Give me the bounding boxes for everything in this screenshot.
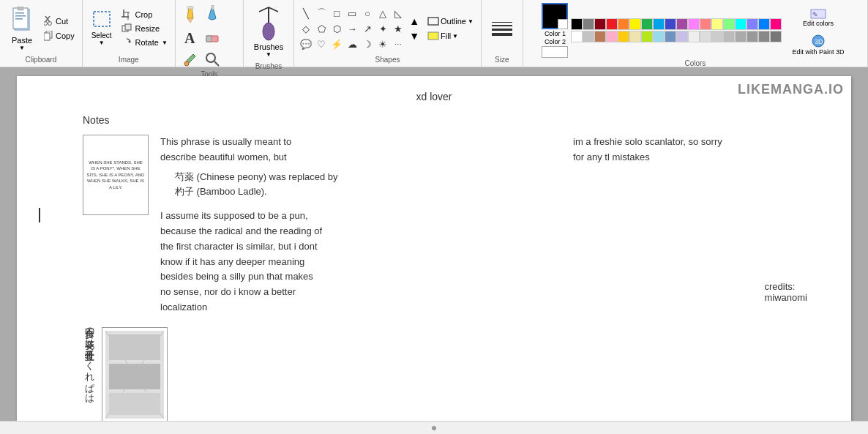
color1-label: Color 1 <box>545 30 566 37</box>
star-shape[interactable]: ★ <box>391 21 405 36</box>
outline-button[interactable]: Outline ▼ <box>424 15 476 27</box>
image-label: Image <box>119 54 139 64</box>
color-gray6[interactable] <box>770 31 782 42</box>
svg-rect-45 <box>109 393 160 415</box>
right-triangle-shape[interactable]: ◺ <box>391 6 405 20</box>
edit-colors-button[interactable]: ✎ Edit colors <box>787 4 848 29</box>
color-lightgray3[interactable] <box>700 31 711 42</box>
select-button[interactable]: Select ▼ <box>87 8 116 49</box>
shapes-scroll-up[interactable]: ▲ <box>409 15 419 27</box>
lightning-shape[interactable]: ⚡ <box>329 37 344 51</box>
paste-dropdown-icon[interactable]: ▼ <box>19 45 25 51</box>
color-picker-button[interactable] <box>180 50 201 69</box>
select-label: Select <box>91 31 112 40</box>
color-gray5[interactable] <box>758 31 770 42</box>
magnifier-button[interactable] <box>202 50 222 69</box>
color-silver[interactable] <box>583 31 594 42</box>
copy-button[interactable]: Copy <box>41 29 78 42</box>
color-brown[interactable] <box>594 31 606 42</box>
color-cream[interactable] <box>629 31 641 42</box>
arrow-shape[interactable]: ↗ <box>360 21 375 36</box>
manga-image-2 <box>102 327 168 421</box>
svg-point-31 <box>263 23 274 40</box>
select-dropdown[interactable]: ▼ <box>99 40 105 46</box>
moon-shape[interactable]: ☽ <box>360 37 375 51</box>
fill-shape-button[interactable]: Fill ▼ <box>424 30 476 42</box>
color-cyan[interactable] <box>735 18 747 30</box>
color-black[interactable] <box>571 18 583 30</box>
color-gray2[interactable] <box>723 31 735 42</box>
cloud-shape[interactable]: ☁ <box>345 37 359 51</box>
text-button[interactable]: A <box>180 26 201 48</box>
color-gold[interactable] <box>618 31 629 42</box>
canvas-paper[interactable]: LIKEMANGA.IO xd lover Notes WHEN SHE STA… <box>17 76 851 421</box>
brushes-button[interactable]: Brushes ▼ <box>248 3 289 61</box>
color-white[interactable] <box>571 31 583 42</box>
rotate-button[interactable]: Rotate ▼ <box>119 36 170 49</box>
color-steel[interactable] <box>665 31 676 42</box>
color-blue[interactable] <box>653 18 665 30</box>
color-yellow2[interactable] <box>711 18 723 30</box>
svg-rect-3 <box>15 12 24 14</box>
svg-rect-26 <box>206 36 212 42</box>
color-darkblue[interactable] <box>665 18 676 30</box>
color-gray[interactable] <box>583 18 594 30</box>
color-sky[interactable] <box>653 31 665 42</box>
pencil-button[interactable] <box>180 3 201 25</box>
star4-shape[interactable]: ✦ <box>375 21 390 36</box>
rounded-rect-shape[interactable]: ▭ <box>345 6 359 20</box>
color-purple[interactable] <box>676 18 688 30</box>
select-icon <box>93 11 111 31</box>
color-yellow[interactable] <box>629 18 641 30</box>
tools-content: A <box>180 3 239 69</box>
color-lilac[interactable] <box>676 31 688 42</box>
canvas-title: xd lover <box>46 91 822 102</box>
rect-shape[interactable]: □ <box>329 6 344 20</box>
color-pink[interactable] <box>606 31 618 42</box>
triangle-shape[interactable]: △ <box>375 6 390 20</box>
crop-button[interactable]: Crop <box>119 8 170 21</box>
color-lime[interactable] <box>723 18 735 30</box>
svg-rect-22 <box>187 7 193 9</box>
color-lavender[interactable] <box>747 18 758 30</box>
resize-label: Resize <box>135 24 160 33</box>
line-shape[interactable]: ╲ <box>299 6 313 20</box>
magnifier-icon <box>205 52 220 67</box>
color-gray4[interactable] <box>747 31 758 42</box>
color-magenta[interactable] <box>770 18 782 30</box>
pentagon-shape[interactable]: ⬠ <box>314 21 329 36</box>
eraser-button[interactable] <box>202 28 222 47</box>
color-yellow-green[interactable] <box>641 31 653 42</box>
shapes-scroll-down[interactable]: ▼ <box>409 30 419 42</box>
size-selector[interactable] <box>486 16 518 42</box>
ellipse-shape[interactable]: ○ <box>360 6 375 20</box>
color1-swatch[interactable] <box>542 3 568 29</box>
diamond-shape[interactable]: ◇ <box>299 21 313 36</box>
color-gray3[interactable] <box>735 31 747 42</box>
color-blue2[interactable] <box>758 18 770 30</box>
color-lightgray2[interactable] <box>688 31 700 42</box>
japanese-text: 百歩合の姿花は牡丹子立てくれぱは <box>83 321 96 398</box>
paste-button[interactable]: Paste ▼ <box>4 3 40 54</box>
callout-shape[interactable]: 💬 <box>299 37 313 51</box>
edit-with-paint3d-button[interactable]: 3D Edit with Paint 3D <box>787 32 848 58</box>
more-shapes[interactable]: ⋯ <box>391 37 405 51</box>
svg-point-9 <box>48 22 52 26</box>
arrow-right-shape[interactable]: → <box>345 21 359 36</box>
color2-swatch[interactable] <box>542 46 568 58</box>
heart-shape[interactable]: ♡ <box>314 37 329 51</box>
color-orange[interactable] <box>618 18 629 30</box>
color-lightgray4[interactable] <box>711 31 723 42</box>
color-red[interactable] <box>606 18 618 30</box>
hexagon-shape[interactable]: ⬡ <box>329 21 344 36</box>
color-green[interactable] <box>641 18 653 30</box>
color-salmon[interactable] <box>700 18 711 30</box>
edit-with-paint3d-label: Edit with Paint 3D <box>792 48 844 56</box>
curve-shape[interactable]: ⌒ <box>314 6 329 20</box>
color-darkred[interactable] <box>594 18 606 30</box>
cut-button[interactable]: Cut <box>41 15 78 28</box>
resize-button[interactable]: Resize <box>119 22 170 35</box>
fill-button[interactable] <box>202 3 222 25</box>
color-pink2[interactable] <box>688 18 700 30</box>
sun-shape[interactable]: ☀ <box>375 37 390 51</box>
